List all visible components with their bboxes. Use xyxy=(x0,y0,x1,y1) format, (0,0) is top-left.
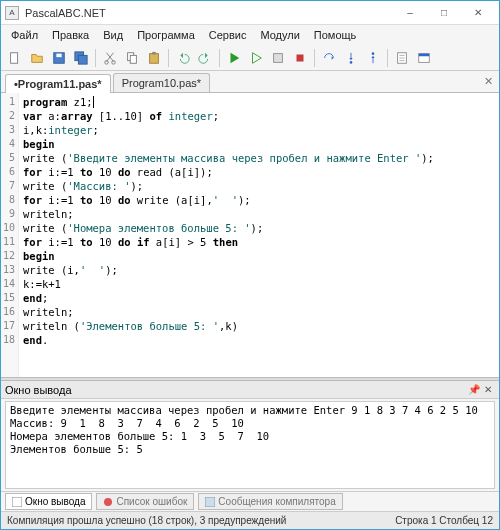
output-pin-icon[interactable]: 📌 xyxy=(467,384,481,395)
svg-rect-17 xyxy=(419,53,430,56)
line-gutter: 123456789101112131415161718 xyxy=(1,93,19,377)
separator xyxy=(95,49,96,67)
menu-service[interactable]: Сервис xyxy=(203,27,253,43)
page-button[interactable] xyxy=(392,48,412,68)
svg-point-19 xyxy=(104,498,112,506)
status-cursor-pos: Строка 1 Столбец 12 xyxy=(395,515,493,526)
code-area[interactable]: program z1;var a:array [1..10] of intege… xyxy=(19,93,499,377)
svg-rect-12 xyxy=(297,54,304,61)
menu-modules[interactable]: Модули xyxy=(254,27,305,43)
bottom-tab-output-label: Окно вывода xyxy=(25,496,85,507)
svg-point-14 xyxy=(372,52,375,55)
svg-rect-9 xyxy=(150,53,159,63)
output-close-icon[interactable]: ✕ xyxy=(481,384,495,395)
step-out-button[interactable] xyxy=(363,48,383,68)
bottom-tab-errors[interactable]: Список ошибок xyxy=(96,493,194,510)
titlebar: A PascalABC.NET – □ ✕ xyxy=(1,1,499,25)
tab-program10[interactable]: Program10.pas* xyxy=(113,73,211,92)
paste-button[interactable] xyxy=(144,48,164,68)
bottom-tab-errors-label: Список ошибок xyxy=(116,496,187,507)
menu-program[interactable]: Программа xyxy=(131,27,201,43)
output-panel: Окно вывода 📌 ✕ Введите элементы массива… xyxy=(1,381,499,511)
tab-close-icon[interactable]: ✕ xyxy=(484,75,493,88)
bottom-tab-compiler[interactable]: Сообщения компилятора xyxy=(198,493,342,510)
copy-button[interactable] xyxy=(122,48,142,68)
form-button[interactable] xyxy=(414,48,434,68)
menu-edit[interactable]: Правка xyxy=(46,27,95,43)
svg-rect-10 xyxy=(152,51,156,54)
compiler-tab-icon xyxy=(205,497,215,507)
toolbar xyxy=(1,45,499,71)
svg-rect-2 xyxy=(56,53,61,57)
svg-rect-0 xyxy=(11,52,18,63)
tab-program11[interactable]: •Program11.pas* xyxy=(5,74,111,93)
maximize-button[interactable]: □ xyxy=(427,2,461,24)
run-button[interactable] xyxy=(224,48,244,68)
save-all-button[interactable] xyxy=(71,48,91,68)
status-bar: Компиляция прошла успешно (18 строк), 3 … xyxy=(1,511,499,529)
svg-point-13 xyxy=(350,61,353,64)
svg-rect-11 xyxy=(274,53,283,62)
bottom-tab-compiler-label: Сообщения компилятора xyxy=(218,496,335,507)
svg-rect-18 xyxy=(12,497,22,507)
window-buttons: – □ ✕ xyxy=(393,2,495,24)
separator xyxy=(314,49,315,67)
svg-rect-20 xyxy=(205,497,215,507)
close-button[interactable]: ✕ xyxy=(461,2,495,24)
compile-button[interactable] xyxy=(268,48,288,68)
errors-tab-icon xyxy=(103,497,113,507)
output-text[interactable]: Введите элементы массива через пробел и … xyxy=(5,401,495,489)
window-title: PascalABC.NET xyxy=(25,7,393,19)
separator xyxy=(387,49,388,67)
open-button[interactable] xyxy=(27,48,47,68)
status-compile-msg: Компиляция прошла успешно (18 строк), 3 … xyxy=(7,515,395,526)
svg-rect-4 xyxy=(78,55,87,64)
redo-button[interactable] xyxy=(195,48,215,68)
menu-view[interactable]: Вид xyxy=(97,27,129,43)
output-header: Окно вывода 📌 ✕ xyxy=(1,381,499,399)
menu-help[interactable]: Помощь xyxy=(308,27,363,43)
menubar: Файл Правка Вид Программа Сервис Модули … xyxy=(1,25,499,45)
step-into-button[interactable] xyxy=(341,48,361,68)
separator xyxy=(168,49,169,67)
undo-button[interactable] xyxy=(173,48,193,68)
run-no-debug-button[interactable] xyxy=(246,48,266,68)
separator xyxy=(219,49,220,67)
app-icon: A xyxy=(5,6,19,20)
code-editor[interactable]: 123456789101112131415161718 program z1;v… xyxy=(1,93,499,377)
tab-bar: •Program11.pas* Program10.pas* ✕ xyxy=(1,71,499,93)
output-tab-icon xyxy=(12,497,22,507)
svg-rect-8 xyxy=(130,55,136,63)
stop-button[interactable] xyxy=(290,48,310,68)
new-file-button[interactable] xyxy=(5,48,25,68)
bottom-tab-bar: Окно вывода Список ошибок Сообщения комп… xyxy=(1,491,499,511)
step-over-button[interactable] xyxy=(319,48,339,68)
menu-file[interactable]: Файл xyxy=(5,27,44,43)
minimize-button[interactable]: – xyxy=(393,2,427,24)
save-button[interactable] xyxy=(49,48,69,68)
output-title: Окно вывода xyxy=(5,384,467,396)
bottom-tab-output[interactable]: Окно вывода xyxy=(5,493,92,510)
cut-button[interactable] xyxy=(100,48,120,68)
